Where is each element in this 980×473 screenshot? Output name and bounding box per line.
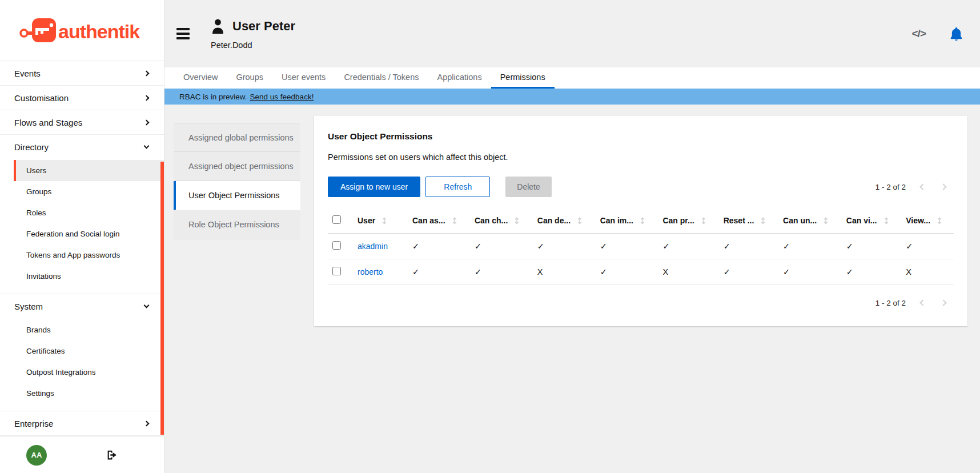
sort-icon[interactable] (640, 217, 645, 225)
column-header: Reset ... (724, 216, 754, 225)
page-header: User Peter Peter.Dodd </> (164, 0, 980, 67)
sidebar-item-federation-and-social-login[interactable]: Federation and Social login (14, 223, 164, 244)
permission-cell: ✓ (901, 234, 954, 259)
sidebar-item-certificates[interactable]: Certificates (14, 340, 164, 362)
sort-icon[interactable] (577, 217, 582, 225)
column-header: View... (906, 216, 930, 225)
sidebar-item-invitations[interactable]: Invitations (14, 266, 164, 287)
subtab-assigned-global-permissions[interactable]: Assigned global permissions (174, 123, 300, 152)
tab-applications[interactable]: Applications (428, 67, 491, 89)
sidebar-footer: AA (0, 436, 164, 473)
permission-cell: ✓ (533, 234, 596, 259)
sort-icon[interactable] (761, 217, 765, 225)
tab-overview[interactable]: Overview (174, 67, 227, 89)
panel-title: User Object Permissions (328, 131, 954, 142)
sidebar-item-label: Groups (26, 187, 51, 196)
user-object-permissions-panel: User Object Permissions Permissions set … (314, 116, 967, 326)
api-code-icon[interactable]: </> (912, 27, 926, 40)
tab-groups[interactable]: Groups (227, 67, 272, 89)
sort-icon[interactable] (452, 217, 457, 225)
permission-cell: ✓ (596, 259, 658, 285)
pagination-prev-button[interactable] (913, 178, 933, 195)
sidebar-item-enterprise[interactable]: Enterprise (0, 411, 164, 435)
sidebar-item-tokens-and-app-passwords[interactable]: Tokens and App passwords (14, 244, 164, 266)
banner-text: RBAC is in preview. (179, 93, 247, 101)
tab-permissions[interactable]: Permissions (491, 67, 555, 89)
directory-children: Users Groups Roles Federation and Social… (0, 159, 164, 294)
sign-out-icon[interactable] (106, 449, 118, 461)
permission-cell: X (658, 259, 718, 285)
permission-cell: ✓ (842, 234, 901, 259)
table-row: roberto ✓ ✓ X ✓ X ✓ ✓ ✓ X (328, 259, 954, 285)
notifications-bell-icon[interactable] (950, 27, 963, 41)
column-header: Can ch... (475, 216, 508, 225)
chevron-down-icon (144, 143, 150, 149)
permission-cell: X (901, 259, 954, 285)
sidebar-item-flows-and-stages[interactable]: Flows and Stages (0, 110, 164, 134)
chevron-left-icon (919, 299, 926, 306)
system-children: Brands Certificates Outpost Integrations… (0, 318, 164, 411)
hamburger-menu-button[interactable] (174, 26, 192, 42)
sidebar: authentik Events Customisation Flows and… (0, 0, 164, 473)
permissions-table: User Can as... Can ch... Can de... Can i… (328, 210, 954, 285)
feedback-link[interactable]: Send us feedback! (250, 93, 314, 101)
sidebar-item-label: Settings (26, 389, 54, 398)
header-icons: </> (912, 27, 963, 41)
sort-icon[interactable] (701, 217, 706, 225)
sort-icon[interactable] (824, 217, 828, 225)
delete-button[interactable]: Delete (505, 177, 551, 197)
chevron-right-icon (144, 119, 150, 125)
subtab-role-object-permissions[interactable]: Role Object Permissions (174, 210, 300, 239)
pagination-top: 1 - 2 of 2 (875, 178, 954, 195)
sort-icon[interactable] (884, 217, 889, 225)
sidebar-item-outpost-integrations[interactable]: Outpost Integrations (14, 362, 164, 383)
permission-subtabs: Assigned global permissions Assigned obj… (174, 123, 300, 239)
sidebar-item-label: Directory (14, 142, 49, 152)
select-all-checkbox[interactable] (332, 215, 341, 224)
subtab-assigned-object-permissions[interactable]: Assigned object permissions (174, 152, 300, 181)
sidebar-item-users[interactable]: Users (14, 160, 164, 181)
authentik-wordmark: authentik (58, 21, 140, 42)
assign-to-new-user-button[interactable]: Assign to new user (328, 177, 420, 197)
sidebar-item-customisation[interactable]: Customisation (0, 86, 164, 110)
sidebar-scrollbar-thumb[interactable] (160, 162, 164, 435)
pagination-next-button[interactable] (933, 178, 954, 195)
tab-credentials-tokens[interactable]: Credentials / Tokens (335, 67, 428, 89)
content-area: Assigned global permissions Assigned obj… (164, 105, 980, 473)
row-checkbox[interactable] (332, 241, 341, 250)
avatar-initials: AA (31, 451, 42, 459)
table-row: akadmin ✓ ✓ ✓ ✓ ✓ ✓ ✓ ✓ ✓ (328, 234, 954, 259)
sidebar-item-label: Outpost Integrations (26, 368, 96, 376)
pagination-next-button[interactable] (933, 294, 954, 311)
sidebar-item-directory[interactable]: Directory (0, 135, 164, 159)
sort-icon[interactable] (382, 217, 387, 225)
authentik-logo[interactable]: authentik (0, 0, 164, 61)
sidebar-item-brands[interactable]: Brands (14, 319, 164, 340)
sort-icon[interactable] (937, 217, 942, 225)
sidebar-nav: Events Customisation Flows and Stages Di… (0, 61, 164, 436)
tab-user-events[interactable]: User events (272, 67, 335, 89)
pagination-prev-button[interactable] (913, 294, 933, 311)
rbac-preview-banner: RBAC is in preview. Send us feedback! (164, 89, 980, 105)
sidebar-item-events[interactable]: Events (0, 61, 164, 85)
user-link[interactable]: akadmin (358, 242, 388, 251)
permission-cell: ✓ (596, 234, 658, 259)
chevron-right-icon (144, 95, 150, 101)
subtab-user-object-permissions[interactable]: User Object Permissions (174, 181, 300, 210)
permission-cell: ✓ (778, 259, 842, 285)
row-checkbox[interactable] (332, 267, 341, 275)
sidebar-item-settings[interactable]: Settings (14, 383, 164, 404)
sidebar-item-system[interactable]: System (0, 294, 164, 318)
sort-icon[interactable] (515, 217, 519, 225)
panel-toolbar: Assign to new user Refresh Delete 1 - 2 … (328, 177, 954, 197)
sidebar-item-roles[interactable]: Roles (14, 202, 164, 223)
sidebar-item-label: Certificates (26, 347, 65, 355)
page-subtitle: Peter.Dodd (211, 41, 295, 50)
sidebar-item-label: Enterprise (14, 419, 53, 428)
avatar[interactable]: AA (26, 445, 47, 466)
permission-cell: ✓ (658, 234, 718, 259)
column-header: Can de... (537, 216, 571, 225)
refresh-button[interactable]: Refresh (425, 177, 490, 197)
sidebar-item-groups[interactable]: Groups (14, 181, 164, 202)
user-link[interactable]: roberto (358, 267, 383, 276)
